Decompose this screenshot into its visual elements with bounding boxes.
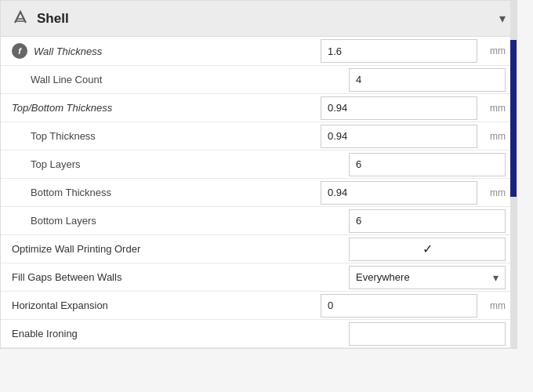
- input-top-bottom-thickness[interactable]: [321, 96, 477, 120]
- input-bottom-thickness[interactable]: [321, 181, 477, 205]
- unit-horizontal-expansion: mm: [480, 300, 506, 311]
- input-bottom-layers[interactable]: [349, 209, 506, 233]
- label-top-bottom-thickness: Top/Bottom Thickness: [12, 96, 321, 120]
- shell-icon: [12, 9, 29, 28]
- value-optimize-wall-printing-order: ✓: [349, 238, 506, 261]
- input-horizontal-expansion[interactable]: [321, 294, 477, 318]
- value-top-layers: [349, 153, 506, 176]
- label-enable-ironing: Enable Ironing: [12, 321, 349, 346]
- value-bottom-thickness: mm: [321, 181, 506, 205]
- value-wall-line-count: [349, 68, 506, 92]
- value-enable-ironing: [349, 322, 506, 346]
- shell-settings-panel: Shell ▾ fWall ThicknessmmWall Line Count…: [0, 0, 517, 349]
- section-header[interactable]: Shell ▾: [1, 1, 517, 37]
- value-bottom-layers: [349, 209, 506, 233]
- row-horizontal-expansion: Horizontal Expansionmm: [1, 292, 517, 320]
- label-wall-thickness: fWall Thickness: [12, 37, 321, 65]
- dropdown-arrow-icon-fill-gaps-between-walls: ▾: [493, 271, 499, 284]
- collapse-button[interactable]: ▾: [499, 11, 506, 26]
- input-top-layers[interactable]: [349, 153, 506, 176]
- value-fill-gaps-between-walls: Everywhere▾: [349, 266, 506, 289]
- function-icon-wall-thickness: f: [12, 43, 27, 59]
- section-title: Shell: [37, 11, 69, 27]
- row-wall-thickness: fWall Thicknessmm: [1, 37, 517, 66]
- row-bottom-thickness: Bottom Thicknessmm: [1, 179, 517, 207]
- row-wall-line-count: Wall Line Count: [1, 66, 517, 94]
- checkmark-optimize-wall-printing-order: ✓: [422, 241, 433, 256]
- input-wall-thickness[interactable]: [321, 39, 477, 63]
- row-bottom-layers: Bottom Layers: [1, 207, 517, 235]
- checkbox-enable-ironing[interactable]: [349, 322, 506, 346]
- label-optimize-wall-printing-order: Optimize Wall Printing Order: [12, 237, 349, 261]
- checkbox-optimize-wall-printing-order[interactable]: ✓: [349, 238, 506, 261]
- dropdown-fill-gaps-between-walls[interactable]: Everywhere▾: [349, 266, 506, 289]
- scrollbar-thumb: [510, 40, 517, 197]
- label-top-layers: Top Layers: [12, 152, 349, 176]
- scrollbar[interactable]: [510, 1, 517, 348]
- label-bottom-layers: Bottom Layers: [12, 209, 349, 233]
- label-fill-gaps-between-walls: Fill Gaps Between Walls: [12, 265, 349, 289]
- settings-rows: fWall ThicknessmmWall Line CountTop/Bott…: [1, 37, 517, 348]
- value-top-bottom-thickness: mm: [321, 96, 506, 120]
- unit-wall-thickness: mm: [480, 45, 506, 56]
- value-wall-thickness: mm: [321, 39, 506, 63]
- input-top-thickness[interactable]: [321, 125, 477, 148]
- row-top-layers: Top Layers: [1, 151, 517, 179]
- input-wall-line-count[interactable]: [349, 68, 506, 92]
- value-horizontal-expansion: mm: [321, 294, 506, 318]
- dropdown-value-fill-gaps-between-walls: Everywhere: [356, 271, 410, 283]
- unit-top-bottom-thickness: mm: [480, 103, 506, 114]
- section-header-left: Shell: [12, 9, 69, 28]
- row-enable-ironing: Enable Ironing: [1, 320, 517, 348]
- unit-top-thickness: mm: [480, 131, 506, 142]
- value-top-thickness: mm: [321, 125, 506, 148]
- unit-bottom-thickness: mm: [480, 187, 506, 198]
- label-horizontal-expansion: Horizontal Expansion: [12, 293, 321, 318]
- row-fill-gaps-between-walls: Fill Gaps Between WallsEverywhere▾: [1, 263, 517, 292]
- row-top-thickness: Top Thicknessmm: [1, 122, 517, 151]
- label-top-thickness: Top Thickness: [12, 124, 321, 148]
- label-bottom-thickness: Bottom Thickness: [12, 180, 321, 205]
- label-wall-line-count: Wall Line Count: [12, 67, 349, 92]
- row-optimize-wall-printing-order: Optimize Wall Printing Order✓: [1, 235, 517, 263]
- row-top-bottom-thickness: Top/Bottom Thicknessmm: [1, 94, 517, 122]
